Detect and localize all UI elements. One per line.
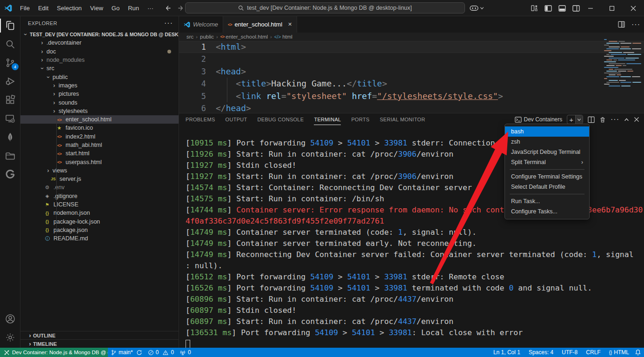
tree-item--env[interactable]: ⚙.env — [20, 183, 179, 192]
tree-item-start-html[interactable]: <>start.html — [20, 149, 179, 158]
menu-more[interactable]: ··· — [143, 0, 158, 16]
panel-tab-serial-monitor[interactable]: SERIAL MONITOR — [380, 114, 425, 125]
breadcrumb-item-html[interactable]: </>html — [274, 34, 292, 40]
panel-tab-problems[interactable]: PROBLEMS — [186, 114, 215, 125]
menu-item-configure-tasks-[interactable]: Configure Tasks... — [505, 206, 589, 217]
explorer-more-actions[interactable]: ··· — [164, 19, 173, 27]
tree-item-pictures[interactable]: ›pictures — [20, 90, 179, 98]
tree-item--gitignore[interactable]: ◈.gitignore — [20, 192, 179, 200]
menu-item-configure-terminal-settings[interactable]: Configure Terminal Settings — [505, 172, 589, 182]
tree-item-images[interactable]: ›images — [20, 81, 179, 90]
toggle-panel-icon[interactable] — [558, 5, 566, 12]
customize-layout-icon[interactable] — [531, 5, 538, 12]
run-debug-icon[interactable] — [0, 72, 20, 91]
tab-enter-school-html[interactable]: <>enter_school.html✕ — [223, 16, 297, 33]
eol-setting[interactable]: CRLF — [583, 348, 603, 357]
window-maximize-button[interactable] — [601, 0, 623, 16]
kill-terminal-icon[interactable] — [599, 116, 606, 123]
tree-item-index2-html[interactable]: <>index2.html — [20, 132, 179, 141]
menu-go[interactable]: Go — [107, 0, 124, 16]
indentation-setting[interactable]: Spaces: 4 — [526, 348, 556, 357]
remote-indicator[interactable]: Dev Container: Node.js & Mongo DB @ desk… — [0, 348, 108, 357]
panel-more-actions[interactable]: ··· — [611, 115, 619, 124]
menu-file[interactable]: File — [16, 0, 34, 16]
panel-tab-terminal[interactable]: TERMINAL — [314, 114, 341, 125]
panel-tab-ports[interactable]: PORTS — [351, 114, 369, 125]
explorer-icon[interactable] — [0, 16, 20, 35]
nav-forward-icon[interactable] — [178, 5, 185, 12]
terminal-profile-dropdown[interactable] — [575, 115, 583, 124]
tree-item-readme-md[interactable]: iREADME.md — [20, 234, 179, 243]
tree-item-server-js[interactable]: JSserver.js — [20, 175, 179, 183]
mongodb-icon[interactable] — [0, 128, 20, 146]
split-editor-icon[interactable] — [618, 21, 625, 28]
settings-gear-icon[interactable] — [0, 328, 20, 347]
menu-item-bash[interactable]: bash — [505, 126, 589, 137]
menu-item-run-task-[interactable]: Run Task... — [505, 196, 589, 206]
problems-indicator[interactable]: 0 0 — [145, 348, 177, 357]
menu-run[interactable]: Run — [124, 0, 143, 16]
tree-item-favicon-ico[interactable]: ★favicon.ico — [20, 124, 179, 132]
ports-indicator[interactable]: 0 — [177, 348, 194, 357]
tree-item-test-dev-dev-container-node-js-mongo-db-[interactable]: ›TEST_DEV [DEV CONTAINER: NODE.JS & MONG… — [20, 30, 179, 39]
menu-item-select-default-profile[interactable]: Select Default Profile — [505, 182, 589, 192]
terminal-profile-button[interactable]: Dev Containers — [515, 116, 563, 123]
tree-item-doc[interactable]: ›doc — [20, 47, 179, 56]
code-editor[interactable]: 1<html>23<head>4 <title>Hacking Game...<… — [179, 41, 644, 113]
split-terminal-icon[interactable] — [588, 116, 595, 123]
tab-welcome[interactable]: Welcome — [179, 16, 223, 33]
tree-item-nodemon-json[interactable]: {}nodemon.json — [20, 209, 179, 217]
minimap[interactable] — [604, 39, 641, 91]
tree-item-userpass-html[interactable]: <>userpass.html — [20, 158, 179, 166]
tree-item-public[interactable]: ›public — [20, 73, 179, 81]
tree-item-math-abi-html[interactable]: <>math_abi.html — [20, 141, 179, 149]
menu-item-javascript-debug-terminal[interactable]: JavaScript Debug Terminal — [505, 147, 589, 157]
panel-tab-output[interactable]: OUTPUT — [226, 114, 247, 125]
tree-item-enter-school-html[interactable]: <>enter_school.html — [20, 115, 179, 124]
tree-item--devcontainer[interactable]: ›.devcontainer — [20, 39, 179, 47]
accounts-icon[interactable] — [0, 310, 20, 328]
breadcrumb-item-src[interactable]: src — [186, 34, 193, 40]
command-center-search[interactable]: test_dev [Dev Container: Node.js & Mongo… — [185, 2, 465, 13]
editor-more-actions[interactable]: ··· — [631, 20, 640, 29]
timeline-section[interactable]: ›TIMELINE — [20, 339, 179, 348]
encoding-setting[interactable]: UTF-8 — [559, 348, 580, 357]
gitlens-icon[interactable] — [0, 165, 20, 184]
tree-item-license[interactable]: ⚑LICENSE — [20, 200, 179, 209]
breadcrumb-item-enter-school-html[interactable]: <>enter_school.html — [220, 34, 268, 40]
toggle-secondary-sidebar-icon[interactable] — [572, 5, 580, 12]
panel-tab-debug-console[interactable]: DEBUG CONSOLE — [258, 114, 304, 125]
menu-edit[interactable]: Edit — [34, 0, 53, 16]
tree-item-src[interactable]: ›src — [20, 64, 179, 73]
tree-item-stylesheets[interactable]: ›stylesheets — [20, 107, 179, 115]
new-terminal-button[interactable]: + — [567, 116, 575, 124]
tree-item-package-json[interactable]: {}package.json — [20, 226, 179, 234]
breadcrumb-item-public[interactable]: public — [200, 34, 214, 40]
notifications-bell-icon[interactable] — [635, 349, 641, 356]
source-control-icon[interactable]: 4 — [0, 53, 20, 72]
menu-item-split-terminal[interactable]: Split Terminal› — [505, 157, 589, 167]
tree-item-views[interactable]: ›views — [20, 166, 179, 175]
menu-item-zsh[interactable]: zsh — [505, 137, 589, 147]
toggle-sidebar-icon[interactable] — [544, 5, 552, 12]
search-sidebar-icon[interactable] — [0, 35, 20, 53]
project-folder-icon[interactable] — [0, 146, 20, 165]
tree-item-package-lock-json[interactable]: {}package-lock.json — [20, 218, 179, 226]
tree-item-node-modules[interactable]: ›node_modules — [20, 56, 179, 64]
tree-item-sounds[interactable]: ›sounds — [20, 98, 179, 106]
menu-view[interactable]: View — [86, 0, 107, 16]
maximize-panel-icon[interactable] — [624, 117, 629, 122]
menu-selection[interactable]: Selection — [53, 0, 86, 16]
outline-section[interactable]: ›OUTLINE — [20, 331, 179, 339]
window-close-button[interactable] — [623, 0, 644, 16]
close-panel-icon[interactable] — [634, 117, 639, 122]
language-mode[interactable]: {} HTML — [606, 348, 632, 357]
cursor-position[interactable]: Ln 1, Col 1 — [491, 348, 523, 357]
window-minimize-button[interactable] — [580, 0, 601, 16]
close-tab-icon[interactable]: ✕ — [288, 21, 292, 27]
nav-back-icon[interactable] — [164, 5, 171, 12]
branch-indicator[interactable]: main* — [108, 348, 145, 357]
extensions-icon[interactable] — [0, 91, 20, 109]
copilot-button[interactable] — [470, 2, 484, 13]
remote-explorer-icon[interactable] — [0, 109, 20, 128]
